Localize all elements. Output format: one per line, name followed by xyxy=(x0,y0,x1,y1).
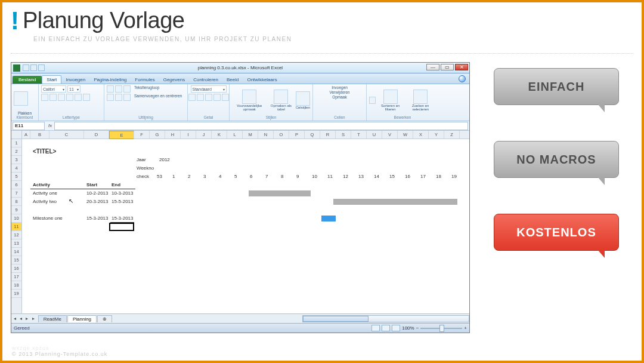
bold-icon[interactable] xyxy=(41,94,48,101)
qat-redo-icon[interactable] xyxy=(38,64,45,71)
cell-wk[interactable]: 18 xyxy=(435,173,442,181)
cell-activity1-end[interactable]: 10-3-2013 xyxy=(110,189,134,198)
dec-inc-icon[interactable] xyxy=(213,94,221,101)
col-S[interactable]: S xyxy=(336,131,351,139)
tab-review[interactable]: Controleren xyxy=(189,76,222,84)
cell-jaar-label[interactable]: Jaar xyxy=(135,156,147,164)
minimize-button[interactable]: — xyxy=(426,64,439,70)
cell-wk[interactable]: 11 xyxy=(326,173,334,181)
no-macros-button[interactable]: NO MACROS xyxy=(494,141,619,178)
cell-activity-header[interactable]: Activity xyxy=(32,181,51,189)
name-box[interactable]: E11 xyxy=(13,122,45,130)
cell-title[interactable]: <TITEL> xyxy=(32,147,57,156)
row-headers[interactable]: 12345678910 11 1213141516171819 xyxy=(11,139,22,313)
format-table-icon[interactable] xyxy=(274,90,288,104)
cell-wk[interactable]: 16 xyxy=(404,173,411,181)
cell-wk[interactable]: 10 xyxy=(311,173,318,181)
cell-wk[interactable]: 14 xyxy=(373,173,380,181)
format-cells-button[interactable]: Opmaak xyxy=(332,95,347,99)
col-T[interactable]: T xyxy=(351,131,367,139)
col-I[interactable]: I xyxy=(181,131,196,139)
cell-wk[interactable]: 13 xyxy=(357,173,365,181)
zoom-in-button[interactable]: + xyxy=(464,325,467,331)
col-D[interactable]: D xyxy=(84,131,109,139)
excel-titlebar[interactable]: planning 0.3.co.uk.xlsx - Microsoft Exce… xyxy=(11,63,469,73)
zoom-out-button[interactable]: − xyxy=(416,325,419,331)
zoom-slider[interactable] xyxy=(420,328,462,329)
cell-wk[interactable]: 17 xyxy=(419,173,427,181)
col-M[interactable]: M xyxy=(243,131,258,139)
currency-icon[interactable] xyxy=(188,94,196,101)
tab-developer[interactable]: Ontwikkelaars xyxy=(243,76,281,84)
cell-jaar-value[interactable]: 2012 xyxy=(158,156,171,164)
col-Z[interactable]: Z xyxy=(444,131,460,139)
cell-wk[interactable]: 3 xyxy=(202,173,207,181)
cell-milestone1-end[interactable]: 15-3-2013 xyxy=(110,214,134,223)
cell-milestone1[interactable]: Milestone one xyxy=(32,214,64,223)
col-W[interactable]: W xyxy=(398,131,413,139)
tab-insert[interactable]: Invoegen xyxy=(61,76,89,84)
cell-wk[interactable]: 6 xyxy=(249,173,253,181)
fill-icon[interactable] xyxy=(75,94,82,101)
sort-filter-icon[interactable] xyxy=(383,90,398,104)
formula-input[interactable] xyxy=(54,122,468,130)
help-icon[interactable] xyxy=(459,75,466,82)
find-select-icon[interactable] xyxy=(413,90,428,104)
col-X[interactable]: X xyxy=(413,131,429,139)
col-N[interactable]: N xyxy=(258,131,274,139)
sheet-tab-planning[interactable]: Planning xyxy=(67,315,97,322)
col-K[interactable]: K xyxy=(212,131,227,139)
comma-icon[interactable] xyxy=(205,94,212,101)
col-C[interactable]: C xyxy=(49,131,84,139)
cell-activity2[interactable]: Activity two xyxy=(32,198,58,206)
paste-icon[interactable] xyxy=(14,91,28,106)
worksheet-area[interactable]: A B C D E F G H I J K L M N O xyxy=(11,131,469,313)
sheet-tab-new[interactable]: ⊕ xyxy=(97,315,112,322)
cell-wk[interactable]: 4 xyxy=(218,173,222,181)
cell-wk[interactable]: 1 xyxy=(171,173,176,181)
cell-styles-icon[interactable] xyxy=(296,91,310,106)
qat-save-icon[interactable] xyxy=(23,64,29,71)
col-R[interactable]: R xyxy=(320,131,336,139)
col-F[interactable]: F xyxy=(134,131,150,139)
cell-weekno-label[interactable]: Weekno xyxy=(135,164,155,173)
fx-icon[interactable]: fx xyxy=(46,123,54,128)
align-bot-icon[interactable] xyxy=(123,85,131,93)
col-A[interactable]: A xyxy=(22,131,30,139)
cell-end-header[interactable]: End xyxy=(110,181,122,189)
cell-wk[interactable]: 12 xyxy=(342,173,349,181)
sheet-nav-buttons[interactable]: ◂ ◂ ▸ ▸ xyxy=(11,316,38,321)
cond-format-icon[interactable] xyxy=(242,90,256,104)
align-right-icon[interactable] xyxy=(123,94,131,101)
col-H[interactable]: H xyxy=(165,131,181,139)
cell-wk[interactable]: 5 xyxy=(233,173,238,181)
col-G[interactable]: G xyxy=(150,131,165,139)
cell-start-header[interactable]: Start xyxy=(85,181,98,189)
merge-button[interactable]: Samenvoegen en centreren xyxy=(134,94,182,101)
font-name-select[interactable]: Calibri xyxy=(41,85,66,93)
underline-icon[interactable] xyxy=(58,94,65,101)
cell-check-label[interactable]: check xyxy=(135,173,150,181)
dec-dec-icon[interactable] xyxy=(222,94,229,101)
delete-cells-button[interactable]: Verwijderen xyxy=(330,90,350,94)
cell-wk[interactable]: 8 xyxy=(280,173,284,181)
percent-icon[interactable] xyxy=(197,94,204,101)
tab-start[interactable]: Start xyxy=(42,75,61,84)
number-format-select[interactable]: Standaard xyxy=(191,85,227,93)
border-icon[interactable] xyxy=(66,94,73,101)
view-layout-icon[interactable] xyxy=(382,325,390,331)
insert-cells-button[interactable]: Invoegen xyxy=(332,85,348,90)
cell-wk[interactable]: 2 xyxy=(187,173,191,181)
horizontal-scrollbar[interactable] xyxy=(302,315,469,322)
grid[interactable]: <TITEL> Jaar 2012 Weekno Activity Start … xyxy=(22,139,469,313)
font-color-icon[interactable] xyxy=(83,94,90,101)
cell-activity1[interactable]: Activity one xyxy=(32,189,58,198)
kostenlos-button[interactable]: KOSTENLOS xyxy=(494,214,619,251)
col-V[interactable]: V xyxy=(382,131,398,139)
autosum-icon[interactable] xyxy=(369,97,376,104)
wrap-text-button[interactable]: Tekstterugloop xyxy=(134,85,159,93)
close-button[interactable]: ✕ xyxy=(455,64,468,70)
cell-activity2-start[interactable]: 20-3-2013 xyxy=(85,198,109,206)
cell-milestone1-start[interactable]: 15-3-2013 xyxy=(85,214,109,223)
tab-data[interactable]: Gegevens xyxy=(159,76,189,84)
